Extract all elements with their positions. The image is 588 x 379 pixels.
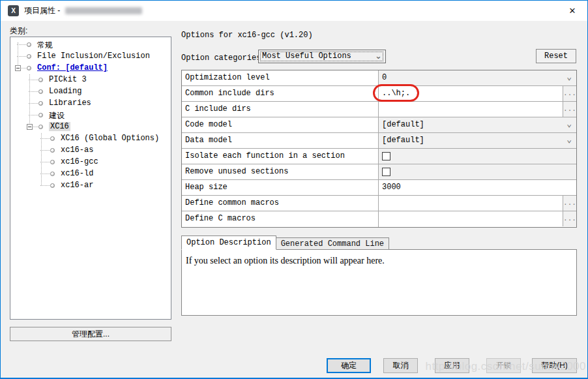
tree-item-label: XC16	[49, 122, 70, 131]
field-define-c-macros[interactable]: ...	[379, 211, 576, 227]
tree-item-label: xc16-gcc	[61, 157, 98, 166]
tree-item-label: xc16-ar	[61, 181, 93, 190]
field-heap-size[interactable]: 3000	[379, 180, 576, 195]
option-description-panel: If you select an option its description …	[181, 249, 577, 316]
row-code-model: Code model[default]⌄	[182, 117, 576, 133]
option-categories-label: Option categories:	[181, 53, 266, 63]
combo-data-model[interactable]: [default]⌄	[379, 133, 576, 148]
collapse-icon[interactable]	[27, 124, 33, 130]
tree-item-pickit-3[interactable]: PICkit 3	[10, 74, 171, 86]
tree-connector-stub	[40, 138, 50, 139]
row-heap-size: Heap size3000	[182, 180, 576, 196]
tree-connector-stub	[29, 103, 38, 104]
option-categories-select[interactable]: Most Useful Options ⌄	[258, 50, 386, 63]
tree-node-icon	[50, 183, 55, 188]
combo-optimization-level[interactable]: 0⌄	[379, 70, 576, 85]
manage-configurations-button[interactable]: 管理配置...	[10, 327, 171, 341]
option-label: Define common macros	[182, 196, 379, 211]
tree-node-icon	[50, 172, 55, 176]
tree-item-xc16-as[interactable]: xc16-as	[10, 145, 171, 157]
tree-node-icon	[27, 42, 31, 47]
tree-item-loading[interactable]: Loading	[10, 86, 171, 98]
redacted-project-name	[65, 7, 142, 14]
tree-item-label: Loading	[49, 87, 81, 96]
tree-item-建设[interactable]: 建设	[10, 110, 171, 121]
tree-connector-stub	[17, 44, 26, 45]
option-label: Common include dirs	[182, 86, 379, 101]
options-heading: Options for xc16-gcc (v1.20)	[181, 31, 313, 40]
chevron-down-icon: ⌄	[566, 117, 572, 132]
combo-value: [default]	[379, 133, 576, 147]
apply-button[interactable]: 应用	[435, 358, 469, 373]
option-label: C include dirs	[182, 102, 379, 117]
tab-generated-command-line[interactable]: Generated Command Line	[276, 237, 389, 250]
chevron-down-icon: ⌄	[566, 70, 572, 85]
option-label: Isolate each function in a section	[182, 149, 379, 164]
tree-item-label: PICkit 3	[49, 75, 87, 84]
collapse-icon[interactable]	[15, 65, 21, 71]
close-button[interactable]: ✕	[557, 1, 587, 21]
tree-node-icon	[50, 148, 55, 153]
browse-button-define-c-macros[interactable]: ...	[563, 211, 576, 226]
ok-button[interactable]: 确定	[327, 358, 371, 373]
categories-label: 类别:	[10, 25, 27, 37]
tree-connector-stub	[40, 185, 50, 186]
chevron-down-icon: ⌄	[566, 133, 572, 147]
app-icon: X	[8, 5, 19, 16]
tree-item-conf-default[interactable]: Conf: [default]	[10, 63, 171, 74]
browse-button-common-include-dirs[interactable]: ...	[563, 86, 576, 101]
unlock-button[interactable]: 开锁	[486, 358, 521, 373]
tree-connector-stub	[40, 174, 50, 174]
tree-connector-stub	[29, 115, 38, 115]
title-bar: X 项目属性 - ✕	[1, 1, 587, 21]
row-common-include-dirs: Common include dirs..\h;....	[182, 86, 576, 102]
tree-item-xc16[interactable]: XC16	[10, 121, 171, 133]
row-data-model: Data model[default]⌄	[182, 133, 576, 149]
browse-button-define-common-macros[interactable]: ...	[563, 196, 576, 211]
row-c-include-dirs: C include dirs...	[182, 102, 576, 117]
field-c-include-dirs[interactable]: ...	[379, 102, 576, 117]
chevron-down-icon: ⌄	[375, 51, 382, 61]
checkbox-remove-unused-sections[interactable]	[382, 168, 390, 176]
field-common-include-dirs[interactable]: ..\h;....	[379, 86, 576, 101]
tree-item-libraries[interactable]: Libraries	[10, 98, 171, 110]
tree-item-xc16-gcc[interactable]: xc16-gcc	[10, 157, 171, 168]
help-button[interactable]: 帮助(H)	[532, 358, 577, 373]
combo-code-model[interactable]: [default]⌄	[379, 117, 576, 132]
option-label: Heap size	[182, 180, 379, 195]
project-properties-dialog: { "window": { "title": "项目属性 - ", "app_i…	[0, 0, 588, 379]
tree-item-常规[interactable]: 常规	[10, 39, 171, 51]
row-define-common-macros: Define common macros...	[182, 196, 576, 211]
tree-item-xc16-ar[interactable]: xc16-ar	[10, 180, 171, 192]
footer-buttons: 确定取消应用开锁帮助(H)	[1, 358, 588, 373]
tree-node-icon	[38, 125, 43, 129]
tree-node-icon	[50, 136, 55, 141]
checkbox-isolate-each-function-in-a-section[interactable]	[382, 152, 390, 160]
option-label: Remove unused sections	[182, 164, 379, 179]
tree-node-icon	[50, 160, 55, 164]
tree-node-icon	[27, 66, 31, 70]
option-label: Define C macros	[182, 211, 379, 227]
option-label: Data model	[182, 133, 379, 148]
cancel-button[interactable]: 取消	[383, 358, 418, 373]
tree-item-xc16-ld[interactable]: xc16-ld	[10, 168, 171, 180]
category-tree: 常规File Inclusion/ExclusionConf: [default…	[10, 37, 171, 320]
checkbox-cell-remove-unused-sections[interactable]	[379, 164, 576, 179]
row-define-c-macros: Define C macros...	[182, 211, 576, 227]
tree-item-file-inclusion-exclusion[interactable]: File Inclusion/Exclusion	[10, 51, 171, 63]
tree-item-label: Conf: [default]	[37, 63, 108, 72]
tree-connector-stub	[29, 91, 38, 92]
option-categories-value: Most Useful Options	[262, 52, 351, 61]
field-value: ..\h;.	[379, 86, 576, 100]
tree-item-label: 常规	[37, 40, 53, 51]
reset-button[interactable]: Reset	[536, 49, 576, 63]
field-define-common-macros[interactable]: ...	[379, 196, 576, 211]
browse-button-c-include-dirs[interactable]: ...	[563, 102, 576, 117]
option-label: Optimization level	[182, 70, 379, 85]
tree-item-xc16-global-options[interactable]: XC16 (Global Options)	[10, 133, 171, 145]
checkbox-cell-isolate-each-function-in-a-section[interactable]	[379, 149, 576, 164]
tree-item-label: Libraries	[49, 99, 91, 108]
combo-value: [default]	[379, 117, 576, 132]
tree-item-label: xc16-ld	[61, 169, 93, 178]
tab-option-description[interactable]: Option Description	[181, 235, 276, 250]
